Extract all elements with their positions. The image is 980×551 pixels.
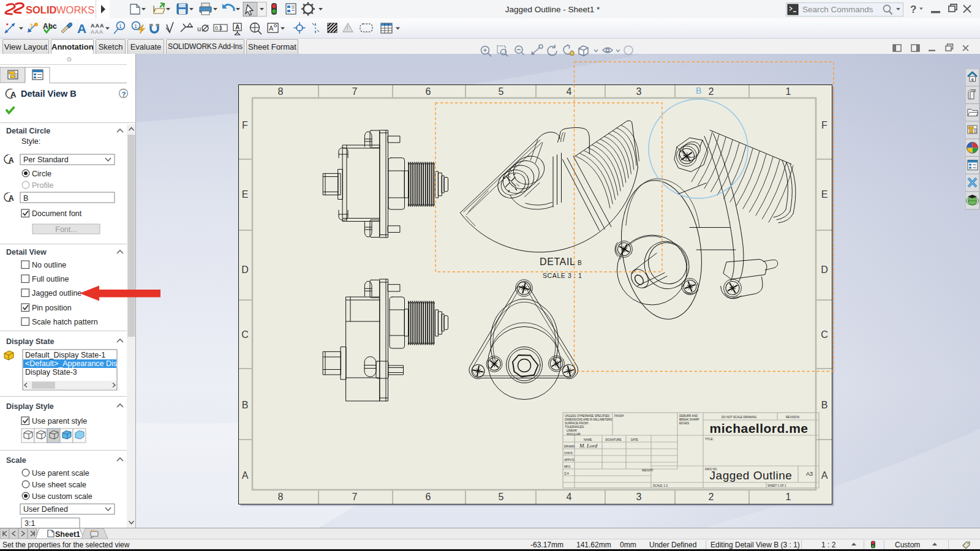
- svg-text:Display State: Display State: [6, 337, 55, 346]
- svg-text:B: B: [578, 260, 582, 266]
- svg-text:Detail View B: Detail View B: [21, 89, 77, 99]
- svg-text:SURFACE FINISH:: SURFACE FINISH:: [565, 422, 589, 425]
- svg-text:5: 5: [499, 86, 504, 97]
- svg-text:Profile: Profile: [32, 181, 53, 190]
- svg-text:Detail Circle: Detail Circle: [6, 127, 50, 135]
- svg-text:6: 6: [426, 492, 431, 502]
- svg-text:SIGNATURE: SIGNATURE: [605, 438, 621, 441]
- svg-text:Style:: Style:: [21, 137, 40, 146]
- svg-text:SCALE: 1:2: SCALE: 1:2: [653, 484, 668, 487]
- svg-text:A: A: [821, 470, 828, 481]
- svg-text:A: A: [9, 156, 14, 165]
- svg-text:3: 3: [636, 492, 642, 502]
- svg-text:3: 3: [636, 86, 642, 97]
- svg-text:LINEAR:: LINEAR:: [567, 429, 578, 432]
- svg-text:8: 8: [278, 492, 284, 502]
- svg-text:MFG: MFG: [564, 465, 571, 468]
- svg-text:AAA: AAA: [91, 23, 105, 29]
- svg-text:u: u: [197, 25, 201, 32]
- svg-text:Per Standard: Per Standard: [23, 156, 69, 164]
- svg-text:Detail View: Detail View: [6, 248, 47, 257]
- svg-text:?: ?: [122, 91, 126, 98]
- svg-text:4: 4: [567, 492, 572, 502]
- svg-text:DATE: DATE: [631, 438, 638, 441]
- svg-text:Display Style: Display Style: [6, 402, 54, 411]
- svg-text:BREAK SHARP: BREAK SHARP: [679, 418, 699, 421]
- svg-text:<Default>_Appearance Displ: <Default>_Appearance Displ: [25, 359, 123, 368]
- svg-text:1: 1: [786, 86, 791, 97]
- svg-text:ANGULAR:: ANGULAR:: [567, 433, 581, 436]
- svg-text:UNLESS OTHERWISE SPECIFIED:: UNLESS OTHERWISE SPECIFIED:: [565, 414, 610, 418]
- svg-text:7: 7: [352, 86, 358, 97]
- svg-text:2: 2: [709, 86, 714, 97]
- svg-text:Default_Display State-1: Default_Display State-1: [25, 351, 105, 359]
- svg-text:B: B: [821, 400, 828, 410]
- svg-text:Circle: Circle: [32, 170, 51, 178]
- svg-text:0.3: 0.3: [215, 25, 222, 31]
- svg-text:1: 1: [786, 492, 791, 502]
- svg-text:A: A: [242, 470, 249, 481]
- svg-text:Q.A: Q.A: [564, 472, 570, 475]
- svg-text:8: 8: [278, 86, 284, 97]
- svg-text:DIMENSIONS ARE IN MILLIMETERS: DIMENSIONS ARE IN MILLIMETERS: [565, 418, 612, 421]
- svg-text:D: D: [241, 264, 249, 275]
- svg-text:Display State-3: Display State-3: [25, 368, 77, 377]
- svg-text:Use parent scale: Use parent scale: [32, 469, 89, 478]
- svg-text:F: F: [821, 120, 827, 130]
- svg-text:7: 7: [352, 492, 358, 502]
- svg-text:NAME: NAME: [584, 438, 592, 441]
- svg-text:Jagged Outline: Jagged Outline: [710, 469, 793, 482]
- svg-text:6: 6: [426, 86, 431, 97]
- svg-text:DRAWN: DRAWN: [564, 445, 575, 448]
- svg-text:Pin position: Pin position: [32, 304, 72, 312]
- svg-text:michaellord.me: michaellord.me: [709, 421, 808, 435]
- svg-text:B: B: [242, 400, 249, 410]
- svg-text:Search Commands: Search Commands: [802, 5, 873, 14]
- svg-text:!: !: [347, 25, 349, 32]
- svg-text:Jagged outline: Jagged outline: [32, 289, 81, 298]
- svg-text:A: A: [269, 24, 274, 32]
- svg-text:User Defined: User Defined: [23, 505, 68, 514]
- svg-text:Full outline: Full outline: [32, 275, 69, 283]
- svg-text:REVISION: REVISION: [786, 416, 799, 419]
- svg-text:FINISH:: FINISH:: [614, 414, 624, 418]
- svg-text:B: B: [696, 86, 701, 96]
- svg-text:Scale hatch pattern: Scale hatch pattern: [32, 318, 98, 326]
- svg-text:WEIGHT:: WEIGHT:: [642, 469, 654, 472]
- svg-text:SCALE 3 : 1: SCALE 3 : 1: [543, 272, 582, 279]
- svg-text:EDGES: EDGES: [679, 422, 689, 425]
- svg-text:A: A: [10, 90, 17, 99]
- svg-text:Font...: Font...: [55, 225, 77, 234]
- svg-text:Use parent style: Use parent style: [32, 417, 87, 425]
- svg-text:Scale: Scale: [6, 456, 26, 465]
- svg-text:1: 1: [134, 23, 137, 29]
- svg-text:DEBURR AND: DEBURR AND: [679, 414, 698, 418]
- svg-text:C: C: [821, 329, 828, 340]
- svg-text:4: 4: [567, 86, 572, 97]
- svg-text:*: *: [6, 22, 9, 28]
- svg-text:?: ?: [910, 4, 916, 15]
- svg-text:C: C: [241, 329, 249, 340]
- svg-text:5: 5: [499, 492, 504, 502]
- svg-text:E: E: [821, 189, 828, 200]
- svg-text:M. Lord: M. Lord: [579, 443, 598, 449]
- svg-text:APPV'D: APPV'D: [564, 459, 575, 462]
- svg-text:A3: A3: [806, 471, 813, 477]
- svg-text:DETAIL: DETAIL: [540, 257, 575, 267]
- svg-text:E: E: [242, 189, 249, 200]
- svg-text:SHEET 1 OF 1: SHEET 1 OF 1: [767, 484, 786, 487]
- svg-text:No outline: No outline: [32, 261, 66, 269]
- svg-text:DO NOT SCALE DRAWING: DO NOT SCALE DRAWING: [722, 416, 757, 419]
- svg-text:Document font: Document font: [32, 209, 82, 218]
- svg-text:TOLERANCES:: TOLERANCES:: [565, 425, 584, 429]
- svg-text:CHK'D: CHK'D: [564, 452, 573, 455]
- svg-text:Use custom scale: Use custom scale: [32, 492, 92, 501]
- svg-text:D: D: [821, 264, 828, 275]
- svg-text:F: F: [242, 120, 248, 130]
- svg-text:B: B: [23, 194, 28, 203]
- svg-text:A: A: [235, 24, 239, 31]
- svg-text:3:1: 3:1: [24, 519, 35, 528]
- svg-text:AAA: AAA: [91, 29, 104, 35]
- svg-text:Sheet1: Sheet1: [55, 530, 80, 539]
- svg-text:2: 2: [709, 492, 714, 502]
